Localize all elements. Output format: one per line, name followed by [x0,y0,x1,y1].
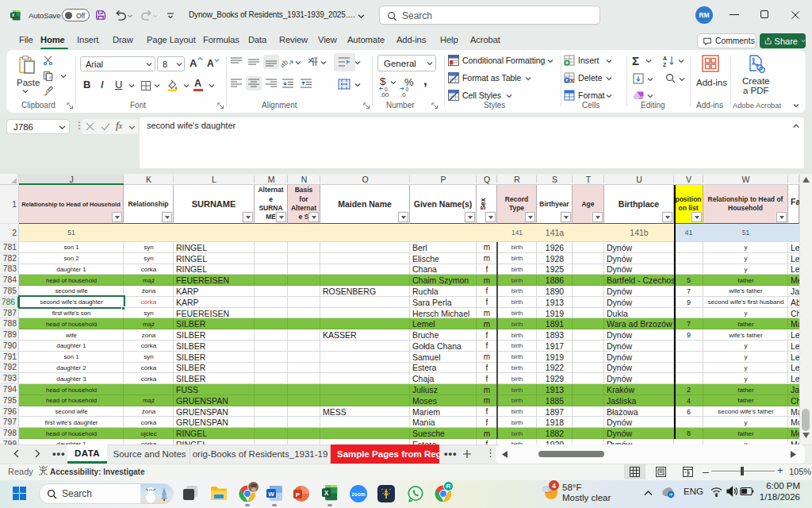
svg-text:X: X [324,489,329,497]
svg-text:.0: .0 [400,91,406,98]
svg-text:A: A [663,56,667,61]
svg-text:Z: Z [663,62,667,67]
svg-text:ab: ab [282,58,289,68]
svg-text:W: W [268,491,274,498]
svg-text:X: X [12,13,15,17]
svg-text:P: P [296,491,301,498]
svg-text:0: 0 [406,87,409,92]
svg-text:.00: .00 [380,91,389,98]
